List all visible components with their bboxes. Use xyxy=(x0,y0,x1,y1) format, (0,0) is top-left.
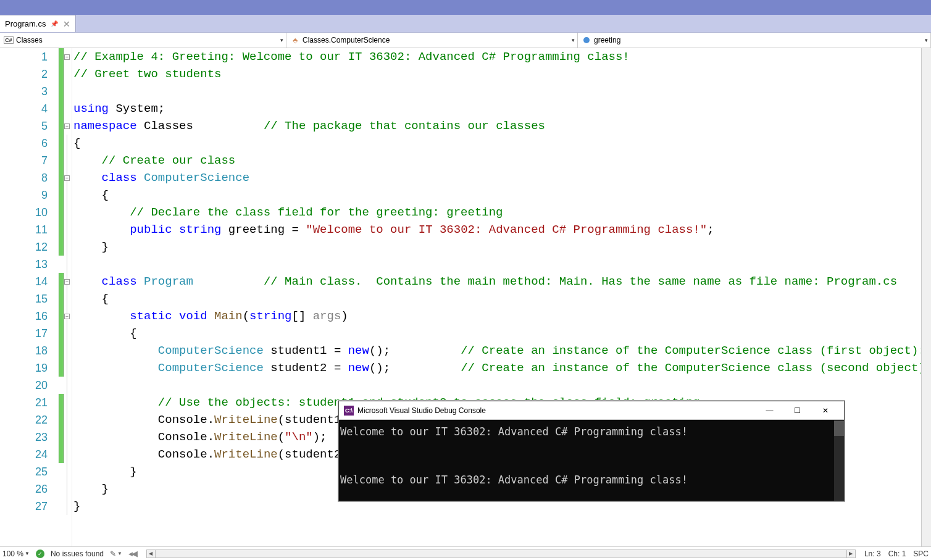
status-bar: 100 % ▼ ✓ No issues found ✎▼ ◀◀ ◀ ▶ Ln: … xyxy=(0,546,931,560)
tool-icon[interactable]: ✎▼ xyxy=(110,550,122,558)
scope-label: Classes.ComputerScience xyxy=(303,36,390,44)
issues-label[interactable]: No issues found xyxy=(51,550,104,558)
change-indicator-bar xyxy=(59,48,64,546)
chevron-down-icon: ▼ xyxy=(25,551,30,556)
console-app-icon: C:\ xyxy=(344,406,354,416)
chevron-down-icon: ▾ xyxy=(280,37,283,43)
chevron-down-icon: ▾ xyxy=(925,37,928,43)
vertical-scrollbar[interactable] xyxy=(921,48,931,546)
indent-mode[interactable]: SPC xyxy=(913,550,929,558)
file-tab-program[interactable]: Program.cs 📌 ✕ xyxy=(0,15,76,32)
maximize-button[interactable]: ☐ xyxy=(783,401,811,420)
csharp-icon: C# xyxy=(4,36,14,44)
zoom-level[interactable]: 100 % ▼ xyxy=(2,550,30,558)
minimize-button[interactable]: — xyxy=(756,401,783,420)
class-icon: ⬘ xyxy=(290,36,300,44)
console-output[interactable]: Welcome to our IT 36302: Advanced C# Pro… xyxy=(339,420,844,501)
debug-console-window[interactable]: C:\ Microsoft Visual Studio Debug Consol… xyxy=(338,401,845,501)
field-icon xyxy=(582,36,591,44)
scope-dropdown-class[interactable]: ⬘ Classes.ComputerScience ▾ xyxy=(286,33,578,48)
console-titlebar[interactable]: C:\ Microsoft Visual Studio Debug Consol… xyxy=(339,401,844,420)
scope-dropdown-member[interactable]: greeting ▾ xyxy=(578,33,931,48)
scope-label: Classes xyxy=(16,36,43,44)
window-titlebar xyxy=(0,0,931,15)
outline-column[interactable] xyxy=(64,48,72,546)
console-scrollbar[interactable] xyxy=(834,420,844,501)
line-number-gutter: 1 2 3 4 5 6 7 8 9 10 11 12 13 14 15 16 1… xyxy=(0,48,59,546)
line-indicator[interactable]: Ln: 3 xyxy=(864,550,881,558)
navigation-bar: C# Classes ▾ ⬘ Classes.ComputerScience ▾… xyxy=(0,33,931,48)
tab-label: Program.cs xyxy=(5,19,46,28)
tab-bar: Program.cs 📌 ✕ xyxy=(0,15,931,33)
scope-dropdown-project[interactable]: C# Classes ▾ xyxy=(0,33,286,48)
horizontal-scrollbar[interactable]: ◀ ▶ xyxy=(146,550,856,558)
close-button[interactable]: ✕ xyxy=(811,401,839,420)
console-title: Microsoft Visual Studio Debug Console xyxy=(357,406,486,415)
scroll-left-icon[interactable]: ◀ xyxy=(147,550,156,558)
nav-arrows[interactable]: ◀◀ xyxy=(128,549,138,558)
scope-label: greeting xyxy=(594,36,620,44)
close-icon[interactable]: ✕ xyxy=(63,19,70,29)
scroll-right-icon[interactable]: ▶ xyxy=(846,550,855,558)
char-indicator[interactable]: Ch: 1 xyxy=(888,550,906,558)
chevron-down-icon: ▾ xyxy=(572,37,575,43)
check-icon: ✓ xyxy=(36,550,44,558)
pin-icon[interactable]: 📌 xyxy=(51,20,58,27)
